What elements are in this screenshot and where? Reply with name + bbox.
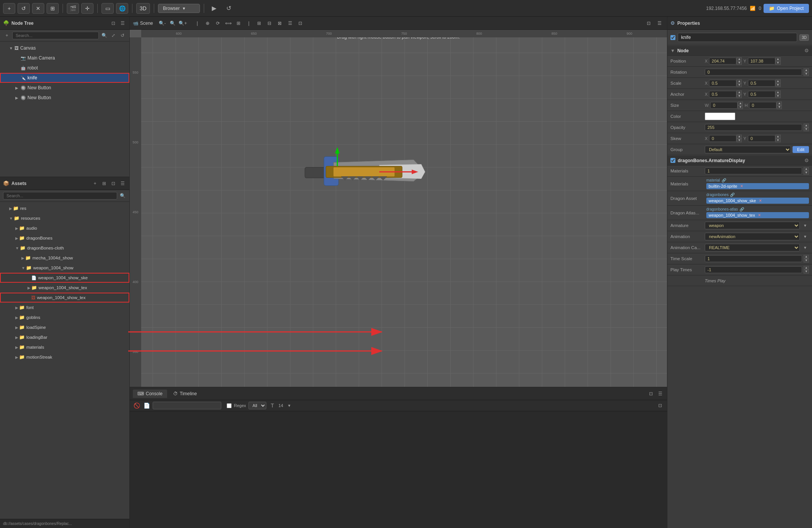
rotation-input[interactable]	[705, 69, 802, 76]
assets-menu-btn[interactable]: ☰	[119, 180, 126, 187]
tree-item-new-button-2[interactable]: ▶ 🔘 New Button	[0, 93, 129, 103]
3d-toggle[interactable]: 3D	[136, 3, 150, 14]
node-tree-search-icon[interactable]: 🔍	[100, 32, 108, 39]
node-section-gear[interactable]: ⚙	[804, 48, 809, 53]
console-filter-btn[interactable]: 📄	[143, 402, 150, 409]
console-menu-btn[interactable]: ☰	[656, 390, 664, 398]
scale-x-up[interactable]: ▲	[736, 79, 742, 83]
asset-item-audio[interactable]: ▶ 📁 audio	[0, 223, 129, 233]
open-project-button[interactable]: 📁 Open Project	[764, 4, 809, 13]
anchor-y-down[interactable]: ▼	[775, 94, 781, 98]
dragon-atlas-remove[interactable]: ×	[758, 212, 761, 218]
play-times-down[interactable]: ▼	[804, 270, 809, 274]
opacity-down[interactable]: ▼	[804, 127, 809, 131]
skew-y-input[interactable]	[748, 135, 775, 142]
assets-search-icon[interactable]: 🔍	[119, 192, 126, 200]
node-section-header[interactable]: ▼ Node ⚙	[667, 45, 812, 56]
play-btn[interactable]: ▶	[208, 3, 220, 14]
edit-button[interactable]: Edit	[793, 146, 809, 153]
skew-y-up[interactable]: ▲	[775, 135, 781, 138]
tree-item-main-camera[interactable]: ▶ 📷 Main Camera	[0, 53, 129, 63]
time-scale-down[interactable]: ▼	[804, 259, 809, 262]
console-filter-select[interactable]: All	[248, 402, 266, 409]
node-name-input[interactable]	[678, 33, 797, 42]
assets-add-btn[interactable]: +	[91, 180, 99, 187]
transform-btn[interactable]: ⊕	[203, 19, 212, 27]
animation-ca-dropdown-btn[interactable]: ▾	[801, 244, 809, 251]
size-w-down[interactable]: ▼	[738, 105, 743, 109]
tool-7[interactable]: ⊟	[265, 19, 274, 27]
console-clear-btn[interactable]: 🚫	[133, 402, 140, 409]
asset-item-weapon-tex-file[interactable]: ▶ 🖼 weapon_1004_show_tex	[0, 293, 129, 303]
tool-4[interactable]: ⊞	[234, 19, 243, 27]
node-tree-menu-btn[interactable]: ☰	[119, 19, 126, 27]
dragon-atlas-link[interactable]: dragonbones-atlas	[706, 207, 738, 211]
material-link[interactable]: material	[706, 178, 720, 182]
size-h-input[interactable]	[749, 102, 777, 109]
assets-sort-btn[interactable]: ⊞	[100, 180, 108, 187]
size-h-down[interactable]: ▼	[777, 105, 782, 109]
dragonbones-comp-gear[interactable]: ⚙	[804, 158, 809, 163]
animation-dropdown-btn[interactable]: ▾	[801, 233, 809, 240]
scale-x-down[interactable]: ▼	[736, 83, 742, 87]
asset-item-resources[interactable]: ▼ 📁 resources	[0, 213, 129, 223]
materials-tag-remove[interactable]: ×	[740, 184, 743, 189]
animation-ca-select[interactable]: REALTIME	[705, 244, 800, 251]
tool-8[interactable]: ⊠	[275, 19, 284, 27]
scale-x-input[interactable]	[709, 80, 736, 87]
node-tree-search-input[interactable]	[12, 32, 99, 39]
pos-x-up[interactable]: ▲	[736, 57, 742, 61]
console-collapse-btn[interactable]: ⊡	[647, 390, 655, 398]
skew-x-down[interactable]: ▼	[736, 138, 742, 142]
tool-5[interactable]: |	[244, 19, 253, 27]
play-times-input[interactable]	[705, 266, 802, 273]
asset-item-goblins[interactable]: ▶ 📁 goblins	[0, 312, 129, 322]
asset-item-res[interactable]: ▶ 📁 res	[0, 203, 129, 213]
build-btn[interactable]: 🎬	[67, 3, 79, 14]
dragonbones-enabled-checkbox[interactable]	[670, 158, 675, 163]
pos-y-down[interactable]: ▼	[775, 61, 781, 65]
anchor-x-down[interactable]: ▼	[736, 94, 742, 98]
zoom-in-btn[interactable]: 🔍+	[178, 19, 187, 27]
color-picker[interactable]	[705, 113, 735, 120]
tree-item-canvas[interactable]: ▼ 🖼 Canvas	[0, 43, 129, 53]
assets-search-input[interactable]	[3, 192, 117, 200]
platform-btn[interactable]: ✛	[81, 3, 93, 14]
skew-x-input[interactable]	[709, 135, 736, 142]
armature-select[interactable]: weapon	[705, 222, 800, 229]
animation-select[interactable]: newAnimation	[705, 233, 800, 240]
size-h-up[interactable]: ▲	[777, 101, 782, 105]
play-times-up[interactable]: ▲	[804, 266, 809, 270]
tool-9[interactable]: ☰	[285, 19, 295, 27]
node-enabled-checkbox[interactable]	[670, 35, 675, 40]
opacity-up[interactable]: ▲	[804, 124, 809, 127]
time-scale-input[interactable]	[705, 255, 802, 262]
console-copy-btn[interactable]: ▾	[285, 402, 293, 409]
dragon-asset-link[interactable]: dragonbones	[706, 193, 728, 197]
group-select[interactable]: Default	[705, 146, 791, 153]
asset-item-font[interactable]: ▶ 📁 font	[0, 303, 129, 312]
tool-10[interactable]: ⊡	[296, 19, 305, 27]
asset-item-motionstreak[interactable]: ▶ 📁 motionStreak	[0, 352, 129, 362]
dragonbones-comp-header[interactable]: dragonBones.ArmatureDisplay ⚙	[667, 155, 812, 166]
zoom-reset-btn[interactable]: 🔍	[168, 19, 177, 27]
scale-y-up[interactable]: ▲	[775, 79, 781, 83]
armature-dropdown-btn[interactable]: ▾	[801, 222, 809, 229]
tool-6[interactable]: ⊞	[255, 19, 264, 27]
tree-item-new-button-1[interactable]: ▶ 🔘 New Button	[0, 83, 129, 93]
tool-3[interactable]: ⟺	[224, 19, 233, 27]
tree-item-robot[interactable]: ▶ 🤖 robot	[0, 63, 129, 73]
node-tree-expand-icon[interactable]: ⤢	[110, 32, 117, 39]
asset-item-dragonbones[interactable]: ▶ 📁 dragonBones	[0, 233, 129, 243]
console-search-input[interactable]	[153, 402, 221, 409]
layout-btn[interactable]: ▭	[102, 3, 114, 14]
scale-y-input[interactable]	[748, 80, 775, 87]
asset-item-weapon-ske[interactable]: ▶ 📄 weapon_1004_show_ske	[0, 273, 129, 283]
anchor-x-input[interactable]	[709, 91, 736, 98]
reload-btn[interactable]: ↺	[222, 3, 235, 14]
tree-item-knife[interactable]: ▶ 🔪 knife	[0, 73, 129, 83]
size-w-up[interactable]: ▲	[738, 101, 743, 105]
scene-settings-btn[interactable]: ⊡	[644, 19, 653, 27]
3d-badge[interactable]: 3D	[799, 34, 809, 41]
node-tree-add-btn[interactable]: +	[3, 32, 11, 39]
